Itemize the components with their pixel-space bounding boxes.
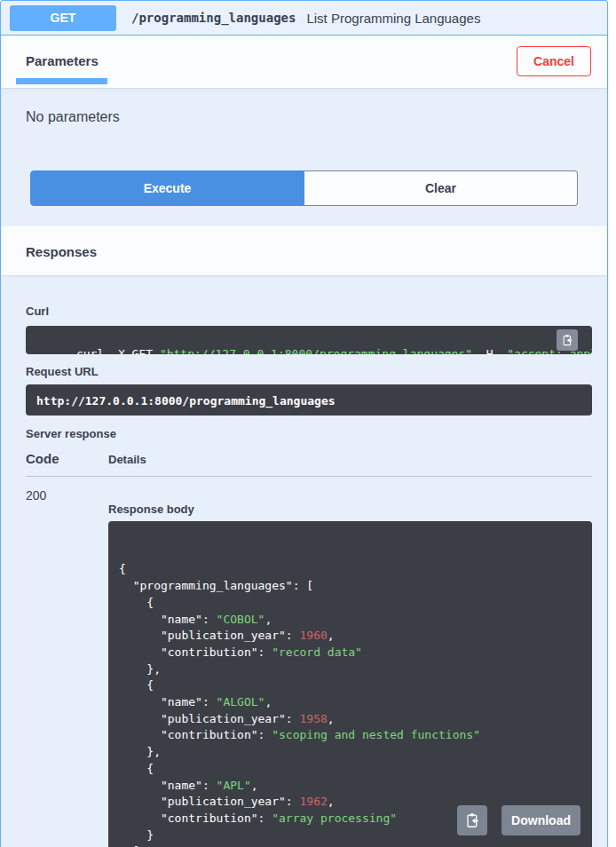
curl-command-text: curl -X GET "http://127.0.0.1:8000/progr… [76,347,592,354]
code-token: "accept: application/json" [507,347,592,354]
code-line: "contribution": "scoping and nested func… [119,727,581,744]
code-token: 1962 [300,795,328,808]
operation-block-get: GET /programming_languages List Programm… [0,0,608,847]
code-token: "name": [119,613,217,626]
code-token: , [328,712,335,725]
code-line: "name": "ALGOL", [119,694,581,711]
endpoint-description: List Programming Languages [306,11,480,26]
code-token: , [328,795,335,808]
code-line: "name": "COBOL", [119,612,581,629]
code-token: { [119,678,154,692]
endpoint-path: /programming_languages [131,11,296,25]
curl-command[interactable]: curl -X GET "http://127.0.0.1:8000/progr… [26,326,592,354]
code-token: "name": [119,779,217,792]
details-column-header: Details [108,453,146,466]
code-token: } [119,828,154,842]
responses-section-header: Responses [1,226,607,275]
response-details-column: Response body { "programming_languages":… [108,488,592,847]
code-token: 1960 [300,629,328,642]
clipboard-copy-icon [561,334,573,346]
code-token: "ALGOL" [217,695,265,708]
response-table-header: Code Details [26,451,592,477]
active-tab-indicator [16,78,107,84]
download-button[interactable]: Download [501,805,580,835]
parameters-section-header: Parameters Cancel [1,36,607,88]
code-line: ] [119,843,581,847]
code-line: "programming_languages": [ [119,578,581,595]
execute-button[interactable]: Execute [30,170,304,206]
code-token: "contribution": [119,728,272,741]
code-line: "publication_year": 1958, [119,711,581,728]
code-token: "contribution": [119,645,272,659]
code-line: { [119,677,581,694]
code-token: , [265,695,272,708]
code-token: "COBOL" [217,613,265,626]
code-token: "scoping and nested functions" [272,728,480,741]
response-body-json: { "programming_languages": [ { "name": "… [119,561,581,847]
code-token: "array processing" [272,811,397,825]
code-token: "publication_year": [119,629,300,642]
cancel-button[interactable]: Cancel [517,46,591,76]
request-url-value: http://127.0.0.1:8000/programming_langua… [26,384,592,416]
code-token: "publication_year": [119,712,300,725]
code-token: curl -X GET [76,347,160,354]
http-method-badge: GET [10,5,116,31]
code-token: { [119,562,126,575]
status-code: 200 [26,488,108,847]
code-line: "name": "APL", [119,778,581,795]
no-parameters-message: No parameters [26,109,120,124]
clipboard-copy-icon [464,812,480,828]
parameters-body: No parameters [1,88,607,170]
code-token: , [328,629,335,642]
responses-inner: Curl curl -X GET "http://127.0.0.1:8000/… [1,305,607,847]
code-token: { [119,762,154,775]
code-token: "programming_languages": [ [119,579,313,592]
response-row-200: 200 Response body { "programming_languag… [26,477,592,847]
code-token: "record data" [272,645,362,659]
clear-button[interactable]: Clear [304,170,578,206]
code-line: }, [119,661,581,678]
code-token: "name": [119,695,217,708]
response-body-label: Response body [108,503,592,516]
response-body-code[interactable]: { "programming_languages": [ { "name": "… [108,521,592,847]
code-token: "publication_year": [119,795,300,808]
code-token: , [265,613,272,626]
code-token: -H [472,347,507,354]
copy-response-button[interactable] [457,805,487,835]
server-response-label: Server response [26,427,592,440]
code-token: }, [119,662,161,676]
responses-title: Responses [1,226,607,259]
request-url-label: Request URL [26,365,592,378]
code-token: , [251,779,258,792]
code-token: "http://127.0.0.1:8000/programming_langu… [160,347,472,354]
code-line: }, [119,744,581,761]
code-token: }, [119,745,161,758]
copy-curl-button[interactable] [557,329,578,351]
code-line: "contribution": "record data" [119,645,581,661]
code-line: "publication_year": 1960, [119,628,581,645]
code-token: "APL" [217,779,251,792]
code-column-header: Code [26,451,108,466]
code-token: { [119,596,154,609]
operation-summary[interactable]: GET /programming_languages List Programm… [1,1,607,36]
code-line: { [119,761,581,778]
code-line: { [119,595,581,612]
response-controls: Download [457,805,580,835]
code-token: 1958 [300,712,328,725]
curl-label: Curl [26,305,592,318]
execute-wrapper: Execute Clear [1,170,607,206]
code-line: { [119,561,581,578]
code-token: "contribution": [119,811,272,825]
